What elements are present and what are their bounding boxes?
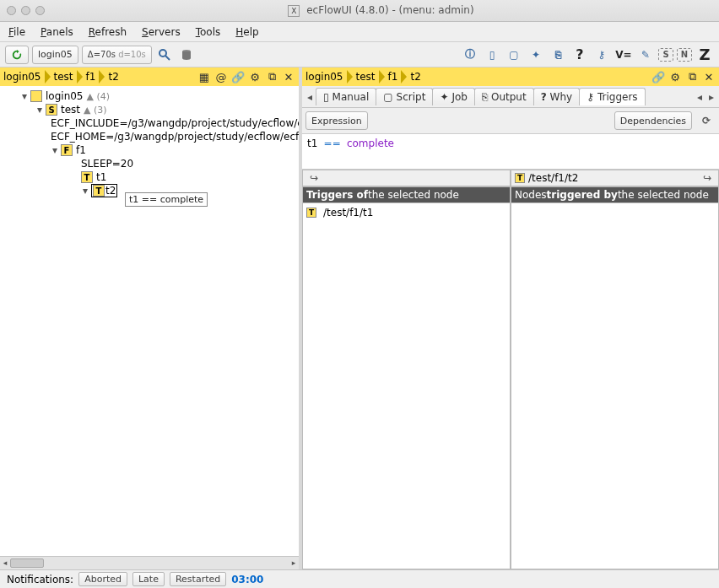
tab-scroll-right2[interactable]: ▸ [705,91,717,103]
menu-tools[interactable]: Tools [196,26,221,38]
run-icon[interactable]: ✦ [527,46,545,64]
tab-job[interactable]: ✦Job [432,88,475,105]
crumb-task[interactable]: t2 [410,71,422,83]
why-icon[interactable]: ? [570,46,589,64]
tab-manual[interactable]: ▯Manual [316,88,376,105]
tab-output[interactable]: ⎘Output [474,88,534,105]
close-pane-icon[interactable]: ✕ [282,70,295,84]
dependencies-button[interactable]: Dependencies [614,111,692,130]
window-minimize[interactable] [21,6,30,15]
expression-button[interactable]: Expression [305,111,368,130]
disclosure-icon[interactable]: ▾ [81,185,89,197]
tab-triggers[interactable]: ⚷Triggers [579,88,645,105]
crumb-task[interactable]: t2 [108,71,120,83]
tree-icon[interactable]: ⚷ [592,46,611,64]
tab-why[interactable]: ?Why [533,88,581,105]
triggered-by-panel[interactable] [511,203,719,569]
z-icon[interactable]: Z [695,46,714,64]
menu-help[interactable]: Help [235,26,258,38]
database-icon[interactable] [177,46,196,64]
menubar: File Panels Refresh Servers Tools Help [0,22,719,42]
left-breadcrumb[interactable]: login05 test f1 t2 [3,70,121,84]
gear-icon[interactable]: ⚙ [248,70,262,84]
path-header-row: ↪ T /test/f1/t2 ↪ [302,170,719,186]
scroll-right-arrow[interactable]: ▸ [289,558,299,569]
refresh-deps-icon[interactable]: ⟳ [697,111,716,130]
family-node-icon: F [61,144,73,156]
trigger-entry[interactable]: T /test/f1/t1 [306,205,506,220]
tree-view[interactable]: ▾ login05 ▲ (4) ▾ S test ▲ (3) ECF_INCLU… [0,86,299,556]
tree-variable: ECF_HOME=/g3/wangdp/project/study/ecflow… [51,131,299,143]
page-icon[interactable]: ▢ [505,46,523,64]
link-icon[interactable]: 🔗 [231,70,245,84]
why-icon: ? [541,91,547,103]
tab-scroll-right[interactable]: ◂ [694,91,705,103]
gear-icon[interactable]: ⚙ [668,70,682,84]
edit-icon[interactable]: ✎ [636,46,655,64]
tree-sleep[interactable]: SLEEP=20 [5,157,299,170]
toggle-late[interactable]: Late [132,572,165,586]
tree-row-task1[interactable]: T t1 [5,170,299,184]
crumb-family[interactable]: f1 [388,70,411,84]
right-breadcrumb[interactable]: login05 test f1 t2 [305,70,423,84]
window-title: X ecFlowUI (4.8.0) - (menu: admin) [50,4,712,17]
tab-scroll-left[interactable]: ◂ [304,91,316,103]
server-node-icon [30,90,42,102]
triggers-of-panel[interactable]: T /test/f1/t1 [302,203,511,569]
tab-script[interactable]: ▢Script [376,88,433,105]
tree-row-suite[interactable]: ▾ S test ▲ (3) [5,103,299,116]
scroll-left-arrow[interactable]: ◂ [0,558,10,569]
close-pane-icon[interactable]: ✕ [702,70,716,84]
redo-icon[interactable]: ↪ [306,172,322,184]
tree-mode-icon[interactable]: ▦ [197,70,211,84]
server-selector[interactable]: login05 [32,46,78,64]
page-icon: ▢ [383,91,392,103]
horizontal-scrollbar[interactable]: ◂ ▸ [0,556,299,569]
selected-node: Tt2 [91,184,117,198]
notifications-label: Notifications: [7,574,73,585]
search-icon[interactable] [155,46,174,64]
toggle-restarted[interactable]: Restarted [170,572,226,586]
disclosure-icon[interactable]: ▾ [51,144,59,156]
delta-indicator[interactable]: Δ=70s d=10s [82,46,152,64]
variables-icon[interactable]: V= [614,46,633,64]
crumb-suite[interactable]: test [356,70,388,84]
book-icon[interactable]: ▯ [483,46,501,64]
trigger-panels: T /test/f1/t1 [302,203,719,569]
window-maximize[interactable] [35,6,45,15]
crumb-suite[interactable]: test [54,70,86,84]
expr-op: == [324,138,341,149]
popout-icon[interactable]: ⧉ [685,70,699,84]
menu-file[interactable]: File [8,26,25,38]
disclosure-icon[interactable]: ▾ [35,104,44,116]
crumb-family[interactable]: f1 [86,70,109,84]
svg-line-1 [165,56,170,60]
n-icon[interactable]: N [677,48,692,62]
crumb-server[interactable]: login05 [3,70,54,84]
menu-refresh[interactable]: Refresh [89,26,127,38]
col-triggered-by: Nodes triggered by the selected node [511,186,719,203]
scroll-thumb[interactable] [10,558,44,568]
right-breadcrumb-bar: login05 test f1 t2 🔗 ⚙ ⧉ ✕ [302,67,719,86]
s-icon[interactable]: S [658,48,673,62]
reload-button[interactable] [5,46,29,64]
redo-icon[interactable]: ↪ [700,172,715,184]
window-close[interactable] [7,6,16,15]
disclosure-icon[interactable]: ▾ [20,90,29,102]
tree-var2[interactable]: ECF_HOME=/g3/wangdp/project/study/ecflow… [5,130,299,143]
output-icon[interactable]: ⎘ [549,46,567,64]
tree-row-family[interactable]: ▾ F f1 [5,143,299,157]
popout-icon[interactable]: ⧉ [265,70,278,84]
tree-label: t2 [105,185,116,197]
menu-servers[interactable]: Servers [142,26,181,38]
task-node-icon: T [81,171,93,183]
tree-var1[interactable]: ECF_INCLUDE=/g3/wangdp/project/study/ecf… [5,116,299,130]
tree-row-server[interactable]: ▾ login05 ▲ (4) [5,89,299,103]
tree-label: test [61,104,80,116]
at-icon[interactable]: @ [214,70,228,84]
menu-panels[interactable]: Panels [41,26,73,38]
info-icon[interactable]: ⓘ [461,46,479,64]
crumb-server[interactable]: login05 [305,70,356,84]
link-icon[interactable]: 🔗 [651,70,665,84]
toggle-aborted[interactable]: Aborted [78,572,127,586]
